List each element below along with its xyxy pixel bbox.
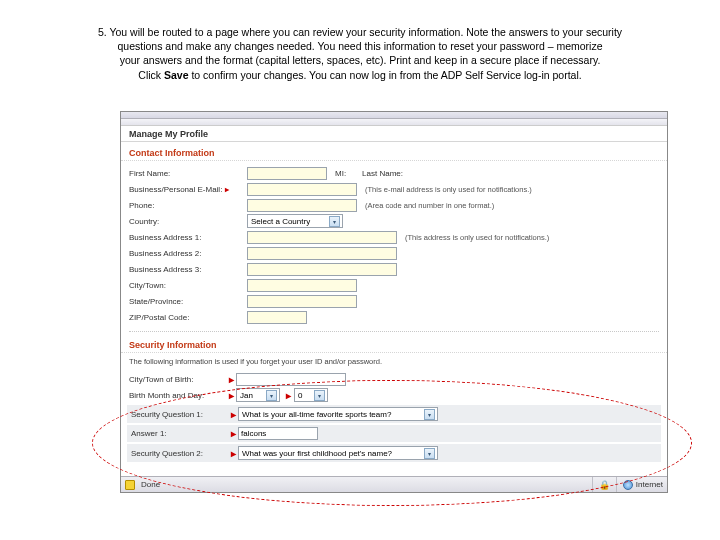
save-bold: Save — [164, 69, 189, 81]
zip-field[interactable] — [247, 311, 307, 324]
city-birth-label: City/Town of Birth: — [129, 375, 229, 384]
status-done: Done — [141, 480, 160, 489]
security-info-header: Security Information — [121, 336, 667, 353]
birth-day-select[interactable]: 0 ▾ — [294, 388, 328, 402]
birth-md-label: Birth Month and Day: — [129, 391, 229, 400]
birth-month-select[interactable]: Jan ▾ — [236, 388, 280, 402]
chevron-down-icon: ▾ — [424, 409, 435, 420]
city-field[interactable] — [247, 279, 357, 292]
chevron-down-icon: ▾ — [329, 216, 340, 227]
city-label: City/Town: — [129, 281, 247, 290]
email-label: Business/Personal E-Mail: ▸ — [129, 185, 247, 194]
chevron-down-icon: ▾ — [266, 390, 277, 401]
addr-note: (This address is only used for notificat… — [405, 233, 549, 242]
step-number: 5. — [98, 26, 107, 38]
mi-label: MI: — [335, 169, 350, 178]
last-name-label: Last Name: — [362, 169, 407, 178]
chevron-down-icon: ▾ — [314, 390, 325, 401]
country-label: Country: — [129, 217, 247, 226]
addr1-field[interactable] — [247, 231, 397, 244]
addr3-label: Business Address 3: — [129, 265, 247, 274]
state-label: State/Province: — [129, 297, 247, 306]
sec-a1-label: Answer 1: — [131, 429, 231, 438]
instruction-text: 5. You will be routed to a page where yo… — [0, 0, 720, 92]
first-name-field[interactable] — [247, 167, 327, 180]
browser-status-bar: Done 🔒 Internet — [121, 476, 667, 492]
phone-label: Phone: — [129, 201, 247, 210]
phone-note: (Area code and number in one format.) — [365, 201, 494, 210]
addr1-label: Business Address 1: — [129, 233, 247, 242]
country-select[interactable]: Select a Country ▾ — [247, 214, 343, 228]
email-note: (This e-mail address is only used for no… — [365, 185, 532, 194]
chevron-down-icon: ▾ — [424, 448, 435, 459]
status-icon — [125, 480, 135, 490]
email-field[interactable] — [247, 183, 357, 196]
browser-toolbar — [121, 112, 667, 119]
sec-a1-field[interactable] — [238, 427, 318, 440]
sec-q1-label: Security Question 1: — [131, 410, 231, 419]
page-banner — [121, 119, 667, 126]
sec-q2-select[interactable]: What was your first childhood pet's name… — [238, 446, 438, 460]
internet-zone-icon — [623, 480, 633, 490]
lock-icon: 🔒 — [599, 480, 610, 490]
profile-screenshot: Manage My Profile Contact Information Fi… — [120, 111, 668, 493]
sec-q2-label: Security Question 2: — [131, 449, 231, 458]
sec-q1-select[interactable]: What is your all-time favorite sports te… — [238, 407, 438, 421]
zip-label: ZIP/Postal Code: — [129, 313, 247, 322]
page-title: Manage My Profile — [121, 126, 667, 142]
addr2-field[interactable] — [247, 247, 397, 260]
security-info-desc: The following information is used if you… — [121, 357, 667, 371]
addr2-label: Business Address 2: — [129, 249, 247, 258]
addr3-field[interactable] — [247, 263, 397, 276]
contact-info-header: Contact Information — [121, 144, 667, 161]
phone-field[interactable] — [247, 199, 357, 212]
city-birth-field[interactable] — [236, 373, 346, 386]
state-field[interactable] — [247, 295, 357, 308]
first-name-label: First Name: — [129, 169, 247, 178]
status-zone: Internet — [636, 480, 663, 489]
